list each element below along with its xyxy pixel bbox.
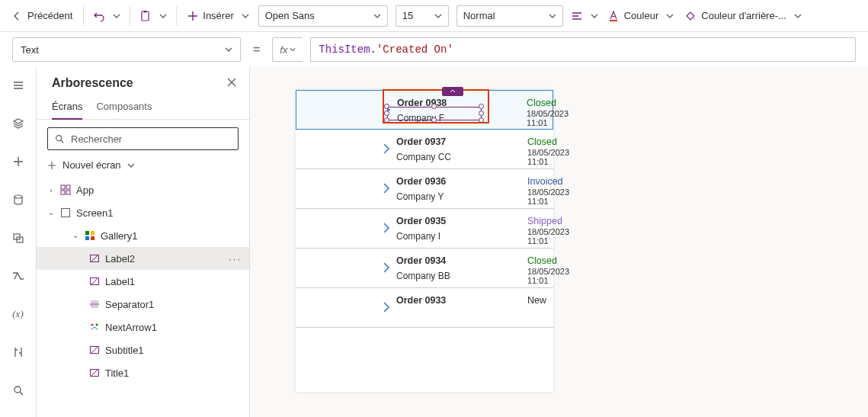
insert-button[interactable]: Insérer [183,4,253,28]
tree-node-more-button[interactable]: ··· [229,253,242,265]
fx-button[interactable]: fx [272,37,303,62]
chevron-down-icon [113,12,120,20]
tree-node-label: Screen1 [76,207,113,219]
undo-button[interactable] [90,4,108,28]
plus-icon [12,156,24,168]
tree-list: › App ⌄ Screen1 ⌄ Gallery1 Label2 ··· [37,178,249,417]
gallery-status: Closed [523,136,544,147]
rail-flows[interactable] [6,264,30,288]
back-button[interactable]: Précédent [6,4,77,28]
tree-node-title1[interactable]: Title1 [37,361,249,384]
fill-color-button[interactable]: Couleur d'arrière-... [680,4,806,28]
tab-screens[interactable]: Écrans [52,96,82,120]
selection-handle[interactable] [479,111,484,116]
canvas[interactable]: Order 0938ClosedCompany F18/05/2023 11:0… [250,67,868,417]
gallery-subtitle: Company CC [396,152,518,162]
tree-node-gallery1[interactable]: ⌄ Gallery1 [37,224,249,247]
insert-label: Insérer [203,10,233,21]
rail-tools[interactable] [6,340,30,364]
rail-hamburger[interactable] [6,73,30,98]
selection-handle[interactable] [431,104,437,109]
svg-rect-19 [91,300,98,303]
rail-media[interactable] [6,226,30,250]
selection-drag-handle[interactable] [442,87,463,96]
font-color-label: Couleur [624,10,659,21]
tree-node-label: NextArrow1 [105,322,157,333]
gallery-subtitle: Company I [396,231,518,242]
gallery-date: 18/05/2023 11:01 [523,188,544,206]
selection-handle[interactable] [384,104,389,109]
variable-icon: (x) [12,308,23,320]
gallery-next-arrow[interactable] [381,260,392,277]
gallery-title: Order 0937 [396,136,518,147]
gallery-title: Order 0933 [396,295,518,306]
new-screen-button[interactable]: Nouvel écran [37,155,249,178]
font-name-select[interactable]: Open Sans [258,5,388,27]
caret-right-icon: › [47,186,55,194]
align-dropdown[interactable] [588,4,601,28]
gallery-item[interactable]: Order 0937ClosedCompany CC18/05/2023 11:… [296,130,553,169]
chevron-down-icon [666,12,674,20]
property-select[interactable]: Text [12,37,241,62]
rail-insert[interactable] [6,149,30,174]
plus-icon [47,161,56,170]
chevron-down-icon [242,12,249,20]
align-icon [571,10,583,22]
caret-down-icon: ⌄ [47,208,55,217]
back-label: Précédent [27,10,72,21]
align-button[interactable] [568,4,586,28]
selection-handle[interactable] [479,104,484,109]
tree-node-label2[interactable]: Label2 ··· [37,247,249,270]
tree-node-label1[interactable]: Label1 [37,270,249,293]
tab-components[interactable]: Composants [96,96,152,119]
gallery-next-arrow[interactable] [381,220,392,238]
gallery-item[interactable]: Order 0936InvoicedCompany Y18/05/2023 11… [296,169,553,209]
tree-node-separator1[interactable]: Separator1 [37,293,249,316]
gallery-item[interactable]: Order 0934ClosedCompany BB18/05/2023 11:… [296,249,553,288]
tree-node-label: Separator1 [105,299,154,310]
paste-dropdown[interactable] [156,4,170,28]
font-color-button[interactable]: Couleur [603,4,679,28]
selection-handle[interactable] [384,117,389,123]
rail-search[interactable] [6,378,30,403]
selection-handle[interactable] [431,117,437,123]
font-size-select[interactable]: 15 [396,5,449,27]
svg-rect-20 [91,305,98,308]
rail-variables[interactable]: (x) [6,302,30,326]
font-size-value: 15 [402,10,413,21]
chevron-down-icon [434,12,442,20]
gallery-date: 18/05/2023 11:01 [523,267,544,285]
paste-button[interactable] [136,4,155,28]
tree-close-button[interactable] [226,77,237,90]
ribbon-separator [83,6,84,26]
tree-node-app[interactable]: › App [37,178,249,201]
gallery-item[interactable]: Order 0935ShippedCompany I18/05/2023 11:… [296,209,553,249]
rail-data[interactable] [6,188,30,212]
rail-tree[interactable] [6,111,30,136]
data-icon [12,194,24,206]
chevron-down-icon [794,12,802,20]
tools-icon [12,346,24,358]
selection-handle[interactable] [479,117,484,123]
font-name-value: Open Sans [265,10,315,21]
tree-search-input[interactable]: Rechercher [47,127,239,150]
tree-node-nextarrow1[interactable]: NextArrow1 [37,316,249,338]
gallery-title: Order 0934 [396,255,518,266]
gallery-next-arrow[interactable] [381,181,392,198]
selection-handle[interactable] [384,111,389,116]
gallery-next-arrow[interactable] [381,300,392,317]
formula-input[interactable]: ThisItem.'Created On' [310,37,856,62]
plus-icon [187,11,198,21]
tree-node-screen1[interactable]: ⌄ Screen1 [37,201,249,224]
gallery-status: Closed [522,98,543,108]
gallery-next-arrow[interactable] [381,141,392,159]
tree-node-label: App [76,184,94,196]
tree-node-subtitle1[interactable]: Subtitle1 [37,338,249,361]
svg-rect-12 [62,209,70,217]
undo-icon [93,10,105,22]
gallery-status: New [523,295,544,306]
undo-dropdown[interactable] [110,4,123,28]
font-weight-select[interactable]: Normal [456,5,563,27]
gallery-item[interactable]: Order 0933New [296,288,553,328]
gallery-date: 18/05/2023 11:01 [523,227,544,245]
